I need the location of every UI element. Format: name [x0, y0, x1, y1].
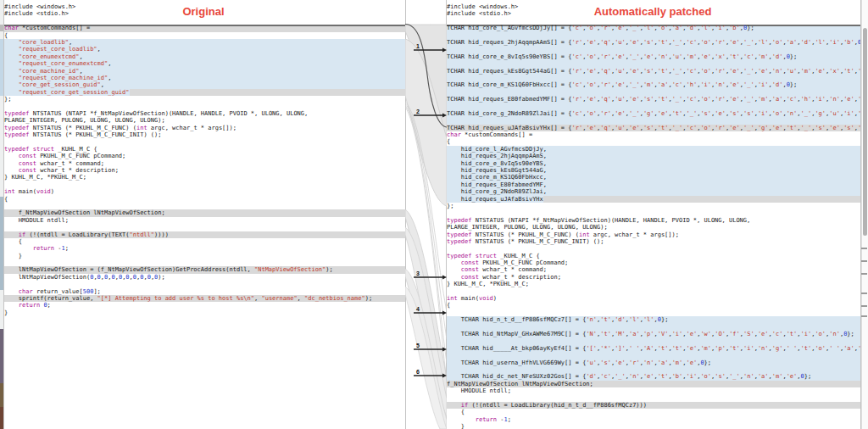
code-line: { [447, 302, 860, 309]
code-line: }; [447, 203, 860, 209]
code-line: sprintf(return_value, "[*] Attempting to… [4, 295, 405, 302]
code-line: "request_core_loadlib", [4, 46, 405, 53]
code-line: typedef NTSTATUS (* PKUHL_M_C_FUNC_INIT)… [447, 238, 860, 245]
code-line: TCHAR hid_reques_uJAfaBsivYHx[] = {'r','… [447, 125, 860, 131]
patched-code-pane[interactable]: #include <windows.h>#include <stdio.h>TC… [447, 0, 860, 429]
code-line: } KUHL_M_C, *PKUHL_M_C; [4, 174, 405, 181]
code-line [4, 259, 405, 266]
code-line [447, 32, 860, 39]
code-line: const wchar_t * description; [4, 167, 405, 174]
code-line: TCHAR hid_core_g_2NdoR89ZlJai[] = {'c','… [447, 110, 860, 117]
code-line [447, 337, 860, 344]
code-line: "core_machine_id", [4, 68, 405, 75]
pane-border [3, 0, 4, 429]
patched-header: Automatically patched [534, 5, 771, 18]
code-line [447, 209, 860, 216]
code-line: "core_get_session_guid", [4, 81, 405, 88]
marker-number: 2 [416, 109, 420, 114]
code-line: "core_enumextcmd", [4, 53, 405, 60]
marker-arrow-icon [442, 310, 447, 315]
code-line: { [4, 196, 405, 203]
code-line: TCHAR hid_reques_E80fabmedYMF[] = {'r','… [447, 96, 860, 103]
code-line: typedef NTSTATUS (* PKUHL_M_C_FUNC_INIT)… [4, 131, 405, 138]
code-line: "request_core_machine_id", [4, 75, 405, 81]
code-line [4, 203, 405, 209]
code-line: TCHAR hid_NtMapV_GHxAWMe67M9C[] = {'N','… [447, 331, 860, 337]
code-line [447, 18, 860, 25]
code-line: int main(void) [4, 188, 405, 195]
code-line [447, 89, 860, 96]
code-line [447, 394, 860, 401]
code-line: typedef struct _KUHL_M_C { [447, 253, 860, 259]
code-line: hid_core_m_KS1Q60FbHxcc, [447, 174, 860, 181]
code-line: { [4, 32, 405, 39]
code-line: const wchar_t * command; [4, 160, 405, 167]
code-line: typedef NTSTATUS (NTAPI *f_NtMapViewOfSe… [4, 110, 405, 117]
code-line: f_NtMapViewOfSection lNtMapViewOfSection… [447, 381, 860, 387]
code-line [447, 352, 860, 359]
code-line: TCHAR hid_n_t_d__fP886sfMQCz7[] = {'n','… [447, 316, 860, 323]
code-line: return 0; [4, 302, 405, 309]
original-code-pane[interactable]: #include <windows.h>#include <stdio.h>ch… [4, 0, 405, 429]
scrollbar-change-tick [861, 248, 867, 249]
code-line: PLARGE_INTEGER, PULONG, ULONG, ULONG, UL… [447, 224, 860, 231]
code-line: } [4, 309, 405, 316]
code-line: TCHAR hid_core_e_8vIq5s90eYBS[] = {'c','… [447, 53, 860, 60]
scrollbar-change-tick [861, 292, 867, 294]
code-line: char return_value[500]; [4, 288, 405, 295]
code-line: HMODULE ntdll; [447, 387, 860, 394]
code-line: TCHAR hid_reques_2hjAqqmpAAmS[] = {'r','… [447, 39, 860, 46]
scrollbar[interactable] [861, 0, 868, 429]
scrollbar-change-tick [861, 305, 867, 307]
code-line: { [447, 409, 860, 415]
code-line [4, 281, 405, 287]
code-line: HMODULE ntdll; [4, 217, 405, 224]
code-line: f_NtMapViewOfSection lNtMapViewOfSection… [4, 209, 405, 216]
code-line: TCHAR hid_____At_bkp06ayKyEf4[] = {'[','… [447, 345, 860, 352]
scrollbar-thumb[interactable] [863, 28, 867, 236]
code-line: "request_core_get_session_guid" [4, 89, 405, 96]
code-line [447, 366, 860, 373]
code-line [4, 103, 405, 109]
code-line: const PKUHL_M_C_FUNC pCommand; [4, 153, 405, 159]
code-line: char *customCommands[] = [447, 131, 860, 138]
code-line: { [4, 238, 405, 245]
marker-number: 1 [416, 43, 420, 49]
code-line: PLARGE_INTEGER, PULONG, ULONG, ULONG, UL… [4, 117, 405, 124]
scrollbar-change-tick [861, 260, 867, 262]
code-line: TCHAR hid_core_l_AGvfmcsDDjJy[] = {'c','… [447, 25, 860, 31]
code-line [4, 18, 405, 25]
code-line: TCHAR hid_reques_kEs8Ggt544aG[] = {'r','… [447, 68, 860, 75]
code-line: typedef NTSTATUS (* PKUHL_M_C_FUNC) (int… [4, 125, 405, 131]
code-line: if (!(ntdll = LoadLibrary(hid_n_t_d__fP8… [447, 402, 860, 409]
code-line [447, 60, 860, 67]
code-line: if (!(ntdll = LoadLibrary(TEXT("ntdll"))… [4, 231, 405, 238]
marker-arrow-icon [442, 275, 447, 279]
code-line: TCHAR hid_dc_net_NFeSUXz02Gos[] = {'d','… [447, 373, 860, 380]
code-line: }; [4, 96, 405, 103]
marker-number: 3 [416, 270, 420, 276]
code-line: char *customCommands[] = [4, 25, 405, 31]
code-line [4, 181, 405, 188]
code-line [447, 309, 860, 316]
diff-connector-graphic: 123456 [405, 0, 447, 429]
code-line [447, 103, 860, 109]
code-line: { [447, 138, 860, 145]
code-line: return -1; [447, 416, 860, 423]
code-line: } [447, 423, 860, 429]
code-line: hid_core_e_8vIq5s90eYBS, [447, 160, 860, 167]
code-line: hid_reques_E80fabmedYMF, [447, 181, 860, 188]
code-line [447, 117, 860, 124]
diff-view: { "headers": { "left": "Original", "righ… [0, 0, 868, 429]
code-line: "core_loadlib", [4, 39, 405, 46]
code-line: return -1; [4, 245, 405, 252]
code-line: hid_core_l_AGvfmcsDDjJy, [447, 146, 860, 153]
code-line [447, 245, 860, 252]
code-line [447, 46, 860, 53]
code-line [447, 288, 860, 295]
code-line: lNtMapViewOfSection = (f_NtMapViewOfSect… [4, 266, 405, 273]
code-line: typedef struct _KUHL_M_C { [4, 146, 405, 153]
code-line: hid_reques_uJAfaBsivYHx [447, 196, 860, 203]
code-line [4, 138, 405, 145]
marker-number: 6 [416, 369, 420, 375]
